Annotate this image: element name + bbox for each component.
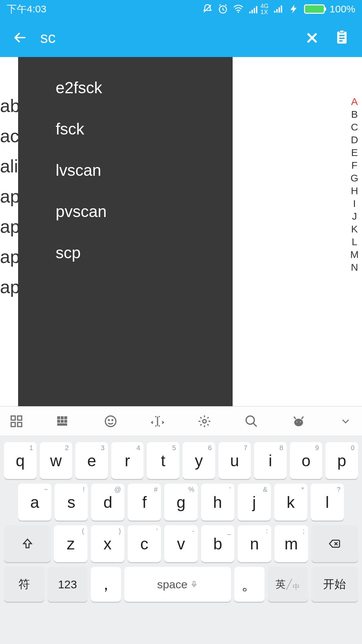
svg-rect-14 <box>339 40 343 42</box>
svg-rect-17 <box>11 422 15 426</box>
signal-icon-2 <box>273 4 284 14</box>
svg-point-30 <box>246 416 255 424</box>
chevron-down-icon[interactable] <box>337 413 354 430</box>
key-a[interactable]: ~a <box>18 484 51 521</box>
backspace-key[interactable] <box>311 525 358 562</box>
space-label: space <box>157 578 188 591</box>
status-time: 下午4:03 <box>7 2 46 16</box>
space-key[interactable]: space <box>124 567 231 602</box>
clipboard-button[interactable] <box>332 30 352 46</box>
alpha-letter[interactable]: B <box>351 109 358 120</box>
key-s[interactable]: !s <box>55 484 88 521</box>
alpha-letter[interactable]: C <box>351 121 358 133</box>
key-g[interactable]: %g <box>164 484 197 521</box>
key-w[interactable]: 2w <box>40 442 72 479</box>
dropdown-item[interactable]: lvscan <box>18 150 233 191</box>
alpha-letter[interactable]: M <box>350 249 359 260</box>
svg-point-27 <box>108 419 109 421</box>
key-o[interactable]: 9o <box>290 442 322 479</box>
svg-rect-12 <box>339 35 345 36</box>
dropdown-item[interactable]: e2fsck <box>18 67 233 108</box>
key-b[interactable]: _b <box>201 525 235 562</box>
svg-rect-9 <box>281 5 282 12</box>
shift-key[interactable] <box>4 525 51 562</box>
symbol-key[interactable]: 符 <box>4 567 44 602</box>
alpha-letter[interactable]: I <box>353 198 356 209</box>
number-key[interactable]: 123 <box>48 567 88 602</box>
dropdown-item[interactable]: scp <box>18 232 233 273</box>
clear-button[interactable] <box>302 30 322 46</box>
start-key[interactable]: 开始 <box>311 567 358 602</box>
svg-rect-15 <box>11 416 15 420</box>
alpha-letter[interactable]: D <box>351 134 358 146</box>
key-v[interactable]: -v <box>164 525 198 562</box>
svg-point-33 <box>300 421 301 422</box>
battery-icon <box>304 4 325 14</box>
key-z[interactable]: (z <box>54 525 87 562</box>
key-n[interactable]: :n <box>238 525 271 562</box>
grid-icon[interactable] <box>8 413 25 430</box>
keyboard: 7 1q2w3e4r5t6y7u8i9o0p ~a!s@d#f%g'h&j*k?… <box>0 407 362 644</box>
key-u[interactable]: 7u <box>219 442 251 479</box>
period-key[interactable]: 。 <box>234 567 264 602</box>
svg-rect-24 <box>65 420 67 422</box>
search-dropdown: e2fsck fsck lvscan pvscan scp <box>18 57 233 407</box>
gear-icon[interactable] <box>196 413 213 430</box>
svg-rect-4 <box>254 8 255 13</box>
status-bar: 下午4:03 4G 1X 100% <box>0 0 362 18</box>
key-q[interactable]: 1q <box>4 442 37 479</box>
key-r[interactable]: 4r <box>111 442 144 479</box>
key-d[interactable]: @d <box>91 484 124 521</box>
svg-rect-2 <box>249 11 251 13</box>
back-button[interactable] <box>10 30 30 46</box>
svg-rect-25 <box>58 424 67 425</box>
svg-rect-6 <box>274 11 276 12</box>
key-i[interactable]: 8i <box>254 442 287 479</box>
key-x[interactable]: )x <box>91 525 124 562</box>
alpha-letter[interactable]: K <box>351 223 358 235</box>
smiley-icon[interactable] <box>102 413 119 430</box>
lang-zh: 中 <box>293 582 300 592</box>
key-j[interactable]: &j <box>238 484 271 521</box>
dropdown-item[interactable]: pvscan <box>18 191 233 232</box>
key-f[interactable]: #f <box>128 484 161 521</box>
alpha-letter[interactable]: J <box>352 211 357 222</box>
alpha-letter[interactable]: L <box>352 236 357 248</box>
alpha-letter[interactable]: G <box>351 172 358 184</box>
mic-icon <box>190 580 198 588</box>
svg-rect-23 <box>61 420 63 422</box>
mascot-icon[interactable]: 7 <box>290 413 307 430</box>
svg-rect-11 <box>340 30 344 33</box>
language-key[interactable]: 英 ╱ 中 <box>268 567 308 602</box>
alpha-index[interactable]: A B C D E F G H I J K L M N <box>350 96 359 273</box>
svg-rect-35 <box>193 581 195 585</box>
charging-icon <box>289 4 299 14</box>
key-p[interactable]: 0p <box>325 442 358 479</box>
svg-rect-18 <box>18 422 22 426</box>
alpha-letter[interactable]: H <box>351 185 358 197</box>
search-input[interactable] <box>40 29 292 47</box>
key-e[interactable]: 3e <box>75 442 108 479</box>
alpha-letter[interactable]: A <box>351 96 358 107</box>
svg-point-1 <box>238 11 239 13</box>
key-m[interactable]: ;m <box>275 525 308 562</box>
signal-icon-1: 4G 1X <box>248 3 268 15</box>
key-h[interactable]: 'h <box>201 484 234 521</box>
dropdown-item[interactable]: fsck <box>18 108 233 150</box>
svg-rect-16 <box>18 416 22 420</box>
alpha-letter[interactable]: E <box>351 147 358 158</box>
key-l[interactable]: ?l <box>311 484 344 521</box>
key-y[interactable]: 6y <box>183 442 215 479</box>
alpha-letter[interactable]: N <box>351 262 358 273</box>
search-icon[interactable] <box>243 413 260 430</box>
svg-rect-13 <box>339 38 345 39</box>
cursor-icon[interactable] <box>149 413 166 430</box>
key-t[interactable]: 5t <box>147 442 179 479</box>
comma-key[interactable]: ， <box>91 567 121 602</box>
svg-point-28 <box>112 419 113 421</box>
key-c[interactable]: 'c <box>128 525 161 562</box>
status-right: 4G 1X 100% <box>202 3 355 15</box>
key-k[interactable]: *k <box>274 484 307 521</box>
alpha-letter[interactable]: F <box>351 160 357 171</box>
keyboard-layout-icon[interactable] <box>55 413 72 430</box>
